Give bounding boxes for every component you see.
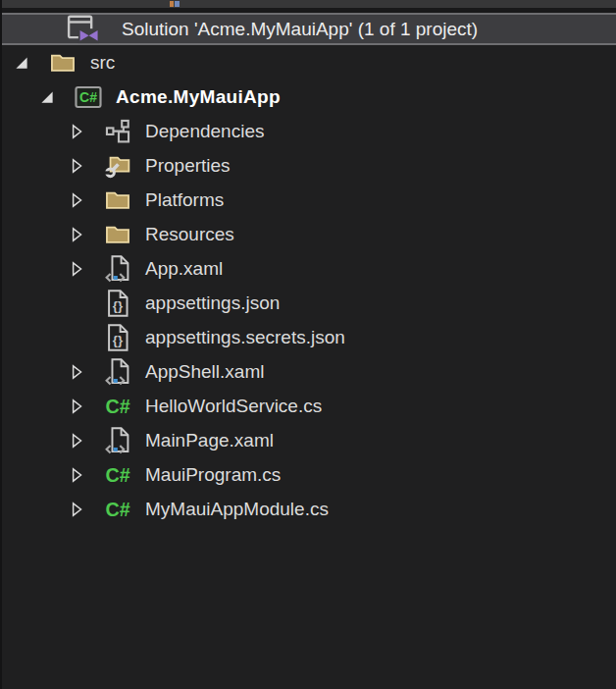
expand-arrow-collapsed-icon[interactable] [67,190,86,210]
tree-item-label: MyMauiAppModule.cs [145,499,329,520]
tree-item-app-xaml[interactable]: App.xaml [2,251,616,286]
arrow-spacer [67,293,86,313]
expand-arrow-collapsed-icon[interactable] [67,259,86,279]
csharp-file-icon: C# [104,392,131,421]
tree-item-helloworldservice-cs[interactable]: C#HelloWorldService.cs [2,389,616,423]
svg-text:{}: {} [113,298,123,313]
properties-icon [104,151,131,181]
solution-root-row[interactable]: Solution 'Acme.MyMauiApp' (1 of 1 projec… [2,13,616,45]
tree-item-label: HelloWorldService.cs [145,396,322,417]
tree-item-label: src [90,52,115,74]
folder-icon [104,186,131,215]
fragment-orange [170,1,174,7]
tree-item-properties[interactable]: Properties [2,148,616,183]
xaml-file-icon [104,357,131,387]
tree-item-mymauiappmodule-cs[interactable]: C#MyMauiAppModule.cs [2,492,616,526]
solution-root-label: Solution 'Acme.MyMauiApp' (1 of 1 projec… [122,19,478,40]
tree-item-resources[interactable]: Resources [2,217,616,251]
tree-item-label: Platforms [145,189,224,211]
tree-item-mainpage-xaml[interactable]: MainPage.xaml [2,423,616,457]
expand-arrow-collapsed-icon[interactable] [67,431,86,450]
tree-item-label: appsettings.secrets.json [145,327,345,348]
folder-icon [104,220,131,249]
json-file-icon: {} [104,323,131,352]
expand-arrow-collapsed-icon[interactable] [67,362,86,382]
tree-item-dependencies[interactable]: Dependencies [2,114,616,148]
csharp-file-icon: C# [104,495,131,524]
svg-text:C#: C# [105,499,129,520]
expand-arrow-collapsed-icon[interactable] [67,225,86,244]
clipped-toolbar-strip [2,0,616,8]
svg-text:C#: C# [79,89,97,105]
tree-item-label: AppShell.xaml [145,361,264,383]
tree-item-label: Resources [145,224,234,245]
expand-arrow-collapsed-icon[interactable] [67,465,86,485]
tree-item-label: App.xaml [145,258,223,280]
tree-item-label: Acme.MyMauiApp [116,86,281,108]
expand-arrow-collapsed-icon[interactable] [67,500,86,519]
arrow-spacer [67,328,86,347]
tree-item-label: appsettings.json [145,292,280,314]
tree-item-platforms[interactable]: Platforms [2,183,616,217]
expand-arrow-collapsed-icon[interactable] [67,122,86,141]
folder-icon [49,48,77,78]
tree-item-label: Properties [145,155,231,177]
tree-item-label: Dependencies [145,121,264,142]
json-file-icon: {} [104,289,131,318]
svg-text:{}: {} [113,333,123,347]
svg-text:C#: C# [105,464,129,486]
expand-arrow-expanded-icon[interactable] [37,87,57,107]
solution-tree: srcC#Acme.MyMauiAppDependenciesPropertie… [2,45,616,526]
expand-arrow-expanded-icon[interactable] [12,53,31,73]
csharp-file-icon: C# [104,460,131,490]
dependencies-icon [104,117,131,146]
tree-item-label: MauiProgram.cs [145,464,281,486]
xaml-file-icon [104,254,131,284]
svg-text:C#: C# [105,396,129,417]
solution-explorer-panel: Solution 'Acme.MyMauiApp' (1 of 1 projec… [0,0,616,689]
tree-item-label: MainPage.xaml [145,430,274,451]
tree-item-acme-mymauiapp[interactable]: C#Acme.MyMauiApp [2,80,616,114]
tree-item-appsettings-json[interactable]: {}appsettings.json [2,286,616,320]
tree-item-appshell-xaml[interactable]: AppShell.xaml [2,354,616,389]
tree-item-mauiprogram-cs[interactable]: C#MauiProgram.cs [2,457,616,492]
solution-icon [67,14,100,45]
expand-arrow-collapsed-icon[interactable] [67,156,86,176]
fragment-blue [175,1,180,7]
csharp-project-icon: C# [75,82,102,112]
tree-item-appsettings-secrets-json[interactable]: {}appsettings.secrets.json [2,320,616,354]
clipped-toolbar-icon-fragment [170,1,180,7]
xaml-file-icon [104,426,131,455]
tree-item-src[interactable]: src [2,45,616,80]
expand-arrow-collapsed-icon[interactable] [67,397,86,416]
